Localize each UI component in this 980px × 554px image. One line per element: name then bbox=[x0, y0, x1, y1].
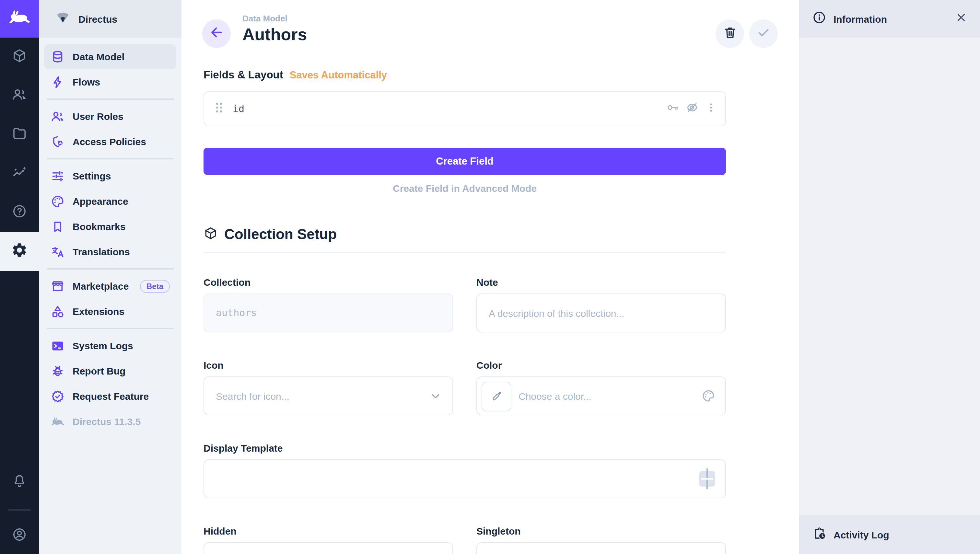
sidebar-item-request-feature[interactable]: Request Feature bbox=[44, 384, 176, 409]
sidebar-item-label: Bookmarks bbox=[73, 221, 126, 232]
activity-log-button[interactable]: Activity Log bbox=[799, 515, 980, 554]
color-label: Color bbox=[476, 360, 726, 371]
main-content: Data Model Authors bbox=[182, 0, 799, 554]
back-button[interactable] bbox=[202, 19, 231, 48]
sidebar-item-system-logs[interactable]: System Logs bbox=[44, 333, 176, 358]
sidebar-item-label: Extensions bbox=[73, 306, 124, 317]
collection-field: Collection bbox=[204, 277, 453, 333]
module-help[interactable] bbox=[0, 193, 39, 232]
close-sidebar-button[interactable] bbox=[951, 9, 971, 29]
hidden-field: Hidden bbox=[204, 525, 453, 554]
nav-divider bbox=[47, 268, 174, 269]
delete-collection-button[interactable] bbox=[715, 19, 744, 48]
rabbit-icon bbox=[51, 414, 65, 428]
activity-log-icon bbox=[812, 526, 826, 543]
bolt-icon bbox=[51, 75, 65, 89]
hidden-eye-icon[interactable] bbox=[685, 100, 700, 117]
nav-divider bbox=[47, 99, 174, 100]
hidden-label: Hidden bbox=[204, 525, 453, 536]
sidebar-item-marketplace[interactable]: Marketplace Beta bbox=[44, 274, 176, 299]
module-users[interactable] bbox=[0, 76, 39, 115]
sidebar-item-translations[interactable]: Translations bbox=[44, 239, 176, 264]
collection-label: Collection bbox=[204, 277, 453, 288]
color-input[interactable] bbox=[476, 376, 726, 416]
sidebar-item-label: Settings bbox=[73, 170, 111, 181]
sidebar-item-label: User Roles bbox=[73, 111, 123, 122]
sidebar-item-version[interactable]: Directus 11.3.5 bbox=[44, 409, 176, 434]
icon-search-input[interactable] bbox=[204, 376, 453, 416]
display-template-input[interactable] bbox=[204, 459, 726, 498]
singleton-label: Singleton bbox=[476, 525, 726, 536]
palette-icon[interactable] bbox=[701, 389, 715, 403]
display-template-label: Display Template bbox=[204, 443, 726, 454]
module-settings[interactable] bbox=[0, 232, 39, 271]
fields-layout-title: Fields & Layout bbox=[204, 69, 283, 81]
module-bar-divider bbox=[8, 509, 30, 511]
info-sidebar-header: Information bbox=[799, 0, 980, 38]
users-icon bbox=[12, 87, 27, 105]
sidebar-item-extensions[interactable]: Extensions bbox=[44, 299, 176, 324]
fields-layout-header: Fields & Layout Saves Automatically bbox=[204, 69, 726, 81]
content-column: Fields & Layout Saves Automatically id bbox=[204, 69, 726, 554]
sidebar-item-label: Data Model bbox=[73, 51, 124, 62]
create-field-advanced-link[interactable]: Create Field in Advanced Mode bbox=[204, 183, 726, 194]
sidebar-item-user-roles[interactable]: User Roles bbox=[44, 103, 176, 129]
feature-seal-icon bbox=[51, 389, 65, 403]
info-circle-icon bbox=[812, 10, 826, 27]
project-header[interactable]: Directus bbox=[39, 0, 182, 38]
chevron-down-icon[interactable] bbox=[429, 389, 443, 403]
sidebar-item-report-bug[interactable]: Report Bug bbox=[44, 358, 176, 384]
module-insights[interactable] bbox=[0, 154, 39, 193]
folder-icon bbox=[12, 126, 27, 144]
module-files[interactable] bbox=[0, 115, 39, 154]
sidebar-item-data-model[interactable]: Data Model bbox=[44, 44, 176, 69]
icon-field: Icon bbox=[204, 360, 453, 416]
arrow-left-icon bbox=[209, 25, 224, 43]
more-vert-icon[interactable] bbox=[704, 101, 717, 117]
note-label: Note bbox=[476, 277, 726, 288]
eyedropper-button[interactable] bbox=[481, 382, 512, 411]
hidden-input[interactable] bbox=[204, 542, 453, 554]
connection-signal-icon bbox=[56, 11, 70, 27]
title-block: Data Model Authors bbox=[242, 14, 307, 44]
sidebar-item-label: Request Feature bbox=[73, 391, 149, 402]
collection-setup-header: Collection Setup bbox=[204, 226, 726, 253]
sidebar-item-access-policies[interactable]: Access Policies bbox=[44, 129, 176, 154]
account-button[interactable] bbox=[0, 518, 39, 554]
account-circle-icon bbox=[12, 527, 27, 545]
sidebar-item-label: Report Bug bbox=[73, 365, 126, 376]
sidebar-item-flows[interactable]: Flows bbox=[44, 69, 176, 95]
nav-divider bbox=[47, 328, 174, 329]
module-content[interactable] bbox=[0, 38, 39, 76]
sidebar-item-appearance[interactable]: Appearance bbox=[44, 189, 176, 214]
nav-divider bbox=[47, 158, 174, 159]
info-sidebar: Information Activity Log bbox=[799, 0, 980, 554]
save-button[interactable] bbox=[749, 19, 778, 48]
collection-setup-title: Collection Setup bbox=[224, 226, 337, 243]
directus-logo[interactable] bbox=[0, 0, 39, 38]
field-row-id[interactable]: id bbox=[204, 91, 726, 126]
box-icon bbox=[204, 226, 218, 243]
add-field-box-icon[interactable] bbox=[699, 468, 715, 490]
tune-icon bbox=[51, 169, 65, 183]
check-icon bbox=[756, 25, 771, 43]
field-row-icons bbox=[666, 100, 717, 117]
close-icon bbox=[955, 11, 968, 27]
sidebar-item-bookmarks[interactable]: Bookmarks bbox=[44, 214, 176, 239]
sidebar-item-label: Translations bbox=[73, 246, 130, 257]
page-header: Data Model Authors bbox=[182, 0, 799, 67]
directus-rabbit-icon bbox=[8, 10, 31, 28]
create-field-button[interactable]: Create Field bbox=[204, 148, 726, 175]
terminal-icon bbox=[51, 339, 65, 353]
sidebar-item-settings[interactable]: Settings bbox=[44, 163, 176, 189]
singleton-input[interactable] bbox=[476, 542, 726, 554]
help-icon bbox=[12, 204, 27, 221]
notifications-button[interactable] bbox=[0, 463, 39, 502]
page-title: Authors bbox=[242, 25, 307, 44]
storefront-icon bbox=[51, 279, 65, 293]
note-input[interactable] bbox=[476, 293, 726, 333]
drag-handle-icon[interactable] bbox=[215, 101, 224, 117]
shield-lock-icon bbox=[51, 134, 65, 149]
display-template-field: Display Template bbox=[204, 443, 726, 498]
sidebar-item-label: System Logs bbox=[73, 340, 133, 351]
